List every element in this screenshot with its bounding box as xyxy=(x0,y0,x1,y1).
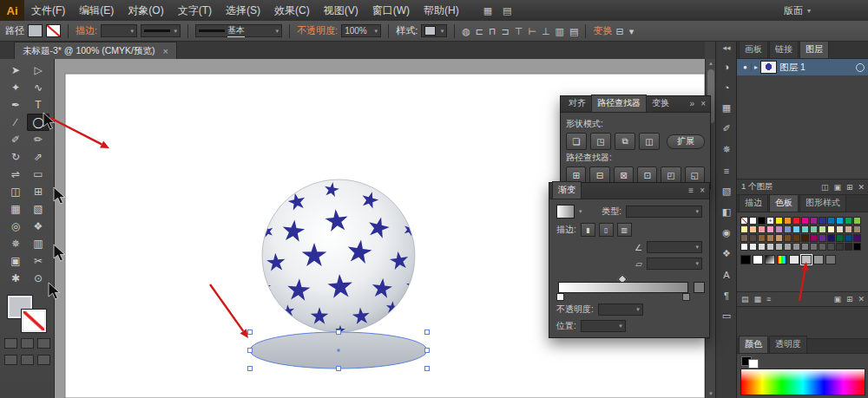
unite-button[interactable]: ❏ xyxy=(566,133,587,150)
swatch-1-0[interactable] xyxy=(740,225,748,233)
swatch-0-9[interactable] xyxy=(819,217,826,225)
eyedropper-tool[interactable]: ◎ xyxy=(4,218,27,235)
swatch-1-12[interactable] xyxy=(845,225,852,233)
gradient-stop-left[interactable] xyxy=(556,293,564,301)
ellipse-tool[interactable]: ◯ xyxy=(27,114,49,131)
selection-handle[interactable] xyxy=(248,349,253,353)
outline-button[interactable]: ◰ xyxy=(661,166,681,184)
mesh-tool[interactable]: ▦ xyxy=(4,200,27,218)
swatch-2-7[interactable] xyxy=(801,234,809,242)
perspective-grid-tool[interactable]: ⊞ xyxy=(27,183,49,200)
gradient-angle-dropdown[interactable]: ▾ xyxy=(647,241,702,253)
selection-handle[interactable] xyxy=(425,349,430,353)
transform-link[interactable]: 变换 xyxy=(593,24,612,37)
swatch-special-6[interactable] xyxy=(813,255,824,264)
arrange-documents-icon[interactable]: ▦ xyxy=(483,0,492,21)
swatch-3-7[interactable] xyxy=(801,243,809,251)
align-top-icon[interactable]: ⊤ xyxy=(515,22,523,41)
close-icon[interactable]: × xyxy=(700,99,706,109)
tab-links[interactable]: 链接 xyxy=(769,41,799,58)
width-profile-dropdown[interactable]: ▾ xyxy=(141,24,181,37)
swatch-2-13[interactable] xyxy=(853,234,861,242)
swatch-1-8[interactable] xyxy=(810,225,818,233)
swatch-2-4[interactable] xyxy=(775,234,783,242)
blend-tool[interactable]: ❖ xyxy=(27,218,49,235)
color-guide-panel-icon[interactable]: ◔ xyxy=(718,79,735,95)
color-panel-icon[interactable]: ◑ xyxy=(718,58,735,75)
swatch-1-3[interactable] xyxy=(766,225,774,233)
swatch-2-9[interactable] xyxy=(819,234,826,242)
swatch-0-1[interactable] xyxy=(749,217,757,225)
swatch-0-2[interactable] xyxy=(758,217,766,225)
swatch-2-6[interactable] xyxy=(792,234,800,242)
swatches-panel-icon[interactable]: ▦ xyxy=(718,100,735,116)
swatch-0-5[interactable] xyxy=(784,217,792,225)
isolate-selection-icon[interactable]: ⊟ xyxy=(615,22,623,41)
character-panel-icon[interactable]: A xyxy=(718,266,735,283)
delete-layer-icon[interactable]: ✕ xyxy=(858,183,865,192)
stroke-swatch[interactable] xyxy=(22,310,46,332)
swatch-1-4[interactable] xyxy=(775,225,783,233)
panel-menu-icon[interactable]: » xyxy=(690,99,695,109)
paintbrush-tool[interactable]: ✐ xyxy=(4,131,27,148)
draw-inside-button[interactable] xyxy=(37,355,50,365)
fill-color-swatch[interactable] xyxy=(28,24,43,37)
swatch-2-5[interactable] xyxy=(784,234,792,242)
tab-gradient[interactable]: 渐变 xyxy=(552,181,582,199)
symbol-sprayer-tool[interactable]: ✵ xyxy=(4,235,27,252)
brushes-panel-icon[interactable]: ✐ xyxy=(718,121,735,137)
line-tool[interactable]: ∕ xyxy=(4,114,27,131)
align-left-icon[interactable]: ⊏ xyxy=(476,22,483,41)
opacity-link[interactable]: 不透明度: xyxy=(297,24,338,37)
distribute-horizontal-icon[interactable]: ▥ xyxy=(556,22,564,41)
swatch-0-3[interactable]: + xyxy=(766,217,774,225)
magic-wand-tool[interactable]: ✦ xyxy=(4,79,27,96)
distribute-vertical-icon[interactable]: ▤ xyxy=(569,22,578,41)
gradient-thumbnail[interactable] xyxy=(556,205,575,219)
brush-definition-dropdown[interactable]: 基本 ▾ xyxy=(195,24,282,37)
gradient-end-swatch[interactable] xyxy=(694,282,705,293)
tab-artboards[interactable]: 画板 xyxy=(739,41,768,58)
swatch-1-5[interactable] xyxy=(784,225,792,233)
selection-handle[interactable] xyxy=(425,330,430,335)
rotate-tool[interactable]: ↻ xyxy=(4,148,27,166)
menu-window[interactable]: 窗口(W) xyxy=(365,0,417,21)
style-dropdown[interactable]: ▾ xyxy=(421,24,447,37)
swatch-1-1[interactable] xyxy=(749,225,757,233)
layer-row[interactable]: ● ▸ 图层 1 xyxy=(737,59,868,75)
transform-panel-icon[interactable]: ▭ xyxy=(718,308,735,324)
expand-button[interactable]: 扩展 xyxy=(667,134,705,149)
swatch-special-0[interactable] xyxy=(740,255,751,264)
swatch-3-4[interactable] xyxy=(775,243,783,251)
options-caret-icon[interactable]: ▾ xyxy=(629,22,635,41)
swatch-2-12[interactable] xyxy=(845,234,852,242)
new-color-group-icon[interactable]: ▣ xyxy=(833,295,841,303)
color-stroke-swatch[interactable] xyxy=(748,359,759,369)
delete-swatch-icon[interactable]: ✕ xyxy=(858,295,865,303)
zoom-tool[interactable]: ⊙ xyxy=(27,270,49,287)
minus-back-button[interactable]: ◱ xyxy=(685,166,705,184)
new-layer-icon[interactable]: ⊞ xyxy=(846,183,853,192)
gradient-opacity-dropdown[interactable]: ▾ xyxy=(598,303,643,316)
tab-pathfinder[interactable]: 路径查找器 xyxy=(591,95,647,112)
none-mode-button[interactable] xyxy=(37,338,50,349)
draw-behind-button[interactable] xyxy=(21,355,34,365)
tab-stroke[interactable]: 描边 xyxy=(739,194,768,212)
swatch-special-7[interactable] xyxy=(825,255,836,264)
menu-view[interactable]: 视图(V) xyxy=(317,0,365,21)
gradient-panel-icon[interactable]: ▧ xyxy=(718,183,735,199)
align-bottom-icon[interactable]: ⊥ xyxy=(542,22,550,41)
paragraph-panel-icon[interactable]: ¶ xyxy=(718,287,735,303)
gradient-mode-button[interactable] xyxy=(21,338,34,349)
swatch-3-0[interactable] xyxy=(740,243,748,251)
swatch-0-4[interactable] xyxy=(775,217,783,225)
menu-edit[interactable]: 编辑(E) xyxy=(72,0,121,21)
stroke-link[interactable]: 描边: xyxy=(76,24,97,37)
visibility-eye-icon[interactable]: ● xyxy=(740,63,752,71)
pen-tool[interactable]: ✒ xyxy=(4,96,27,114)
swatch-3-5[interactable] xyxy=(784,243,792,251)
tab-transform[interactable]: 变换 xyxy=(647,95,674,112)
pencil-tool[interactable]: ✏ xyxy=(27,131,49,148)
swatch-2-3[interactable] xyxy=(766,234,774,242)
swatch-libraries-icon[interactable]: ▤ xyxy=(741,295,749,303)
